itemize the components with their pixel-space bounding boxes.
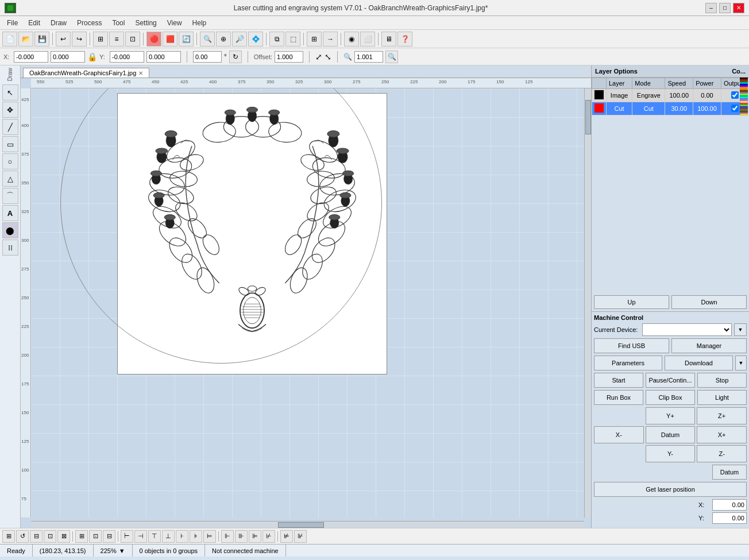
layer-row-cut[interactable]: Cut Cut 30.00 100.00 xyxy=(592,102,749,115)
bt-space-h[interactable]: ⊩ xyxy=(221,530,234,543)
h-scroll-thumb[interactable] xyxy=(278,522,324,528)
ungroup-button[interactable]: ⬚ xyxy=(285,32,300,47)
menu-view[interactable]: View xyxy=(163,18,187,28)
zoom-dropdown-icon[interactable]: ▼ xyxy=(119,547,125,554)
x-plus-button[interactable]: X+ xyxy=(697,426,747,443)
trace-tool[interactable]: ⁞⁞ xyxy=(2,240,18,256)
bt-rotate-ccw[interactable]: ↺ xyxy=(16,530,29,543)
bt-union[interactable]: ⊞ xyxy=(75,530,88,543)
zoom-area-button[interactable]: ⊕ xyxy=(216,32,231,47)
engrave-tool[interactable]: ⬤ xyxy=(2,222,18,238)
x-input-1[interactable] xyxy=(14,51,48,63)
zoom-in-button[interactable]: 🔍 xyxy=(200,32,215,47)
bt-flip-v[interactable]: ⊡ xyxy=(44,530,56,543)
redo-button[interactable]: ↪ xyxy=(72,32,87,47)
open-button[interactable]: 📂 xyxy=(18,32,33,47)
bt-distribute[interactable]: ⊫ xyxy=(249,530,261,543)
bt-align-tl[interactable]: ⊞ xyxy=(2,530,15,543)
bezier-tool[interactable]: ⌒ xyxy=(2,188,18,204)
bt-flip-h[interactable]: ⊟ xyxy=(30,530,43,543)
bt-align-center[interactable]: ⊤ xyxy=(148,530,161,543)
layer-output-checkbox-image[interactable] xyxy=(731,91,739,99)
current-device-select[interactable] xyxy=(642,323,732,336)
canvas-main[interactable]: .leaf { fill: none; stroke: #333; stroke… xyxy=(31,88,584,517)
rect-tool[interactable]: ▭ xyxy=(2,136,18,152)
clip-box-button[interactable]: Clip Box xyxy=(646,390,695,405)
y-plus-button[interactable]: Y+ xyxy=(646,407,696,424)
bt-combine[interactable]: ⊬ xyxy=(262,530,275,543)
polygon-tool[interactable]: △ xyxy=(2,171,18,187)
x-minus-button[interactable]: X- xyxy=(594,426,644,443)
device-dropdown-btn[interactable]: ▼ xyxy=(734,323,747,336)
y-input-2[interactable] xyxy=(146,51,181,63)
get-laser-button[interactable]: Get laser position xyxy=(594,482,747,497)
layer-down-button[interactable]: Down xyxy=(671,295,747,309)
datum-left-button[interactable]: Datum xyxy=(646,426,696,443)
vertical-scrollbar[interactable] xyxy=(584,88,591,517)
bt-group[interactable]: ⊠ xyxy=(57,530,70,543)
menu-setting[interactable]: Setting xyxy=(130,18,161,28)
help-btn[interactable]: ❓ xyxy=(397,32,412,47)
color-red-button[interactable]: 🔴 xyxy=(146,32,161,47)
close-button[interactable]: ✕ xyxy=(733,3,744,13)
machine-btn[interactable]: 🖥 xyxy=(381,32,396,47)
find-usb-button[interactable]: Find USB xyxy=(594,338,669,353)
bt-optimize[interactable]: ⊭ xyxy=(280,530,293,543)
v-scroll-thumb[interactable] xyxy=(585,100,591,134)
run-box-button[interactable]: Run Box xyxy=(594,390,643,405)
grid-button[interactable]: ⊞ xyxy=(93,32,108,47)
minimize-button[interactable]: – xyxy=(705,3,717,13)
download-button[interactable]: Download xyxy=(665,356,733,370)
bt-array[interactable]: ⊢ xyxy=(121,530,133,543)
zoom-apply-button[interactable]: 🔍 xyxy=(385,51,398,63)
bt-space-v[interactable]: ⊪ xyxy=(235,530,248,543)
layer-output-checkbox-cut[interactable] xyxy=(731,105,739,112)
angle-input[interactable] xyxy=(193,51,222,63)
layer-up-button[interactable]: Up xyxy=(594,295,669,309)
menu-help[interactable]: Help xyxy=(188,18,211,28)
z-minus-button[interactable]: Z- xyxy=(697,445,747,462)
align-button[interactable]: ≡ xyxy=(109,32,124,47)
download-dropdown-btn[interactable]: ▼ xyxy=(735,356,747,370)
rotate-button[interactable]: 🔄 xyxy=(179,32,194,47)
menu-tool[interactable]: Tool xyxy=(107,18,129,28)
ellipse-tool[interactable]: ○ xyxy=(2,153,18,169)
zoom-out-button[interactable]: 🔎 xyxy=(232,32,247,47)
swatch-lightyellow2[interactable] xyxy=(740,114,748,115)
bt-align-bottom[interactable]: ⊨ xyxy=(203,530,216,543)
manager-button[interactable]: Manager xyxy=(671,338,747,353)
group-button[interactable]: ⧉ xyxy=(269,32,284,47)
bt-intersect[interactable]: ⊟ xyxy=(103,530,115,543)
parameters-button[interactable]: Parameters xyxy=(594,356,662,370)
z-plus-button[interactable]: Z+ xyxy=(697,407,747,424)
y-pos-input[interactable] xyxy=(712,512,747,524)
x-input-2[interactable] xyxy=(51,51,85,63)
tab-0[interactable]: OakBranchWreath-GraphicsFairy1.jpg ✕ xyxy=(23,68,149,78)
transform-button[interactable]: ⊞ xyxy=(307,32,322,47)
x-pos-input[interactable] xyxy=(712,499,747,511)
y-minus-button[interactable]: Y- xyxy=(646,445,696,462)
snap-button[interactable]: ⊡ xyxy=(125,32,140,47)
bt-align-top[interactable]: ⊦ xyxy=(176,530,188,543)
apply-angle-button[interactable]: ↻ xyxy=(229,51,242,63)
engrave-button[interactable]: ◉ xyxy=(344,32,359,47)
horizontal-scrollbar[interactable] xyxy=(31,521,584,528)
menu-process[interactable]: Process xyxy=(72,18,106,28)
node-tool[interactable]: ✥ xyxy=(2,102,18,118)
bt-diff[interactable]: ⊡ xyxy=(89,530,102,543)
pause-button[interactable]: Pause/Contin... xyxy=(646,373,695,388)
undo-button[interactable]: ↩ xyxy=(56,32,71,47)
array-button[interactable]: → xyxy=(323,32,338,47)
color-box-button[interactable]: 🟥 xyxy=(163,32,177,47)
bt-simulate[interactable]: ⊮ xyxy=(294,530,307,543)
maximize-button[interactable]: □ xyxy=(719,3,731,13)
cut-button[interactable]: ⬜ xyxy=(360,32,375,47)
bt-align-right[interactable]: ⊥ xyxy=(162,530,175,543)
tab-0-close[interactable]: ✕ xyxy=(138,70,143,76)
menu-edit[interactable]: Edit xyxy=(24,18,45,28)
offset-input[interactable] xyxy=(275,51,303,63)
window-controls[interactable]: – □ ✕ xyxy=(705,3,744,13)
line-tool[interactable]: ╱ xyxy=(2,119,18,135)
menu-file[interactable]: File xyxy=(2,18,22,28)
bt-align-left[interactable]: ⊣ xyxy=(134,530,147,543)
